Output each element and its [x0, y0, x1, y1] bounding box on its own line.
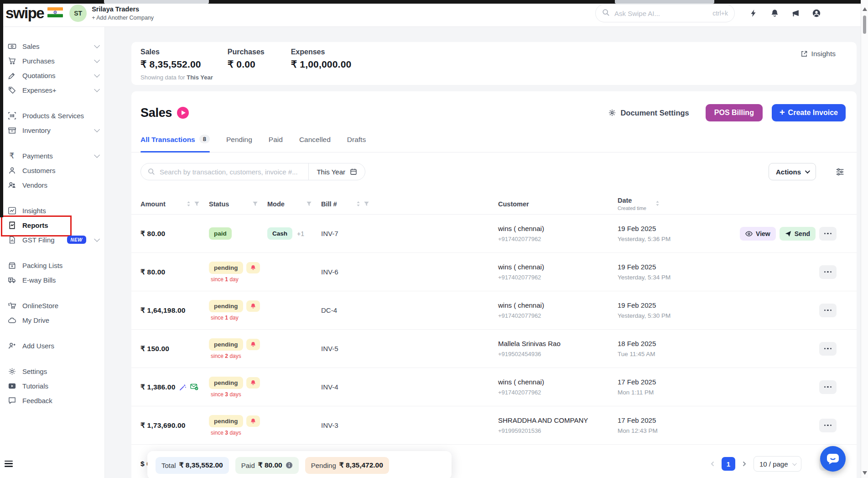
bill-number[interactable]: INV-5 — [321, 345, 379, 352]
chevron-down-icon — [805, 168, 810, 173]
column-customer[interactable]: Customer — [498, 200, 618, 208]
table-row[interactable]: ₹ 1,386.00 pending since 3 days INV-4 wi… — [131, 368, 857, 406]
page-scrollbar[interactable] — [861, 0, 868, 478]
sidebar-item-insights[interactable]: Insights — [0, 203, 104, 218]
scroll-down-arrow[interactable] — [863, 471, 867, 475]
bill-number[interactable]: INV-4 — [321, 383, 379, 391]
view-button[interactable]: View — [740, 227, 776, 241]
sidebar-item-expenses[interactable]: Expenses+ — [0, 83, 104, 97]
chevron-down-icon[interactable] — [94, 126, 100, 132]
sidebar-item-vendors[interactable]: Vendors — [0, 178, 104, 192]
collapse-sidebar-button[interactable] — [5, 459, 14, 468]
payment-reminder-bell-button[interactable] — [246, 339, 260, 350]
sidebar-item-gst-filing[interactable]: GST Filing NEW — [0, 232, 104, 247]
magic-wand-icon[interactable] — [179, 383, 187, 391]
payment-reminder-bell-button[interactable] — [246, 377, 260, 389]
chevron-down-icon[interactable] — [94, 152, 100, 158]
actions-dropdown-button[interactable]: Actions — [769, 163, 816, 180]
fast-cart-icon — [7, 301, 16, 310]
notifications-button[interactable] — [769, 8, 780, 18]
tab-all-transactions[interactable]: All Transactions 8 — [140, 132, 210, 152]
sidebar-item-customers[interactable]: Customers — [0, 163, 104, 178]
scroll-up-arrow[interactable] — [863, 7, 867, 11]
bill-number[interactable]: DC-4 — [321, 306, 379, 314]
swipe-logo[interactable]: swipe — [5, 5, 63, 22]
mail-sent-icon[interactable] — [190, 383, 198, 390]
column-amount[interactable]: Amount — [140, 200, 209, 208]
pos-billing-button[interactable]: POS Billing — [706, 104, 763, 121]
column-bill[interactable]: Bill # — [321, 200, 379, 208]
sidebar-item-onlinestore[interactable]: OnlineStore — [0, 298, 104, 313]
add-another-company-link[interactable]: + Add Another Company — [92, 15, 154, 21]
payment-reminder-bell-button[interactable] — [246, 415, 260, 427]
sidebar-item-packing-lists[interactable]: Packing Lists — [0, 258, 104, 273]
create-invoice-button[interactable]: + Create Invoice — [772, 104, 846, 121]
announcements-button[interactable] — [790, 8, 800, 18]
document-settings-button[interactable]: Document Settings — [608, 109, 689, 117]
ai-search-input[interactable] — [614, 10, 708, 17]
sidebar-item-sales[interactable]: Sales — [0, 39, 104, 53]
company-avatar[interactable]: ST — [69, 5, 87, 22]
sidebar-item-inventory[interactable]: Inventory — [0, 123, 104, 137]
more-options-button[interactable] — [819, 227, 837, 241]
transaction-search-input[interactable] — [160, 168, 308, 176]
table-row[interactable]: ₹ 80.00 paid Cash +1 INV-7 wins ( chenna… — [131, 215, 857, 253]
chevron-down-icon[interactable] — [94, 86, 100, 92]
sidebar-item-quotations[interactable]: Quotations — [0, 68, 104, 83]
next-page-button[interactable] — [742, 461, 747, 467]
info-icon[interactable] — [286, 462, 293, 469]
more-options-button[interactable] — [819, 304, 837, 317]
send-button[interactable]: Send — [780, 227, 816, 241]
bill-number[interactable]: INV-6 — [321, 268, 379, 276]
sidebar-item-add-users[interactable]: Add Users — [0, 338, 104, 353]
prev-page-button[interactable] — [710, 461, 715, 467]
support-chat-button[interactable] — [820, 446, 846, 472]
payment-reminder-bell-button[interactable] — [246, 262, 260, 273]
more-options-button[interactable] — [819, 419, 837, 432]
payment-reminder-bell-button[interactable] — [246, 300, 260, 312]
sidebar-item-purchases[interactable]: Purchases — [0, 53, 104, 68]
tab-paid[interactable]: Paid — [269, 132, 283, 152]
chevron-down-icon[interactable] — [94, 72, 100, 78]
sidebar-item-tutorials[interactable]: Tutorials — [0, 378, 104, 393]
sidebar-item-reports[interactable]: Reports — [0, 218, 104, 232]
table-row[interactable]: ₹ 80.00 pending since 1 day INV-6 wins (… — [131, 253, 857, 291]
table-row[interactable]: ₹ 1,73,690.00 pending since 3 days INV-3… — [131, 406, 857, 445]
sidebar-item-feedback[interactable]: Feedback — [0, 393, 104, 408]
page-size-select[interactable]: 10 / page — [754, 456, 801, 472]
tutorial-play-button[interactable] — [177, 107, 189, 119]
column-mode[interactable]: Mode — [267, 200, 321, 208]
tab-drafts[interactable]: Drafts — [347, 132, 366, 152]
page-number-active[interactable]: 1 — [722, 457, 735, 471]
scrollbar-thumb[interactable] — [863, 16, 866, 34]
bolt-button[interactable] — [748, 8, 759, 18]
browser-left-strip — [0, 4, 3, 217]
column-status[interactable]: Status — [209, 200, 267, 208]
company-switcher[interactable]: Srilaya Traders + Add Another Company — [92, 5, 154, 21]
more-options-button[interactable] — [819, 380, 837, 394]
column-date[interactable]: Date Created time — [618, 197, 704, 211]
table-row[interactable]: ₹ 1,64,198.00 pending since 1 day DC-4 w… — [131, 291, 857, 330]
sidebar-item-my-drive[interactable]: My Drive — [0, 313, 104, 327]
chevron-down-icon[interactable] — [94, 57, 100, 63]
sidebar-item-eway-bills[interactable]: E-way Bills — [0, 273, 104, 287]
amount-value: ₹ 80.00 — [140, 230, 165, 238]
ask-swipe-ai-search[interactable]: ctrl+k — [595, 4, 735, 22]
table-row[interactable]: ₹ 150.00 pending since 2 days INV-5 Mall… — [131, 330, 857, 368]
tab-pending[interactable]: Pending — [226, 132, 252, 152]
bill-number[interactable]: INV-7 — [321, 230, 379, 237]
sidebar-item-settings[interactable]: Settings — [0, 364, 104, 378]
sidebar-item-payments[interactable]: ₹ Payments — [0, 148, 104, 163]
more-options-button[interactable] — [819, 342, 837, 356]
more-options-button[interactable] — [819, 265, 837, 279]
stat-value: ₹ 8,35,552.00 — [140, 59, 201, 70]
account-button[interactable] — [811, 8, 821, 18]
date-range-filter[interactable]: This Year — [309, 168, 365, 176]
bill-number[interactable]: INV-3 — [321, 421, 379, 429]
insights-link[interactable]: Insights — [800, 50, 836, 58]
tab-cancelled[interactable]: Cancelled — [299, 132, 331, 152]
column-settings-button[interactable] — [835, 167, 845, 177]
chevron-down-icon[interactable] — [94, 42, 100, 48]
sidebar-item-products-services[interactable]: Products & Services — [0, 108, 104, 123]
chevron-down-icon[interactable] — [94, 236, 100, 242]
